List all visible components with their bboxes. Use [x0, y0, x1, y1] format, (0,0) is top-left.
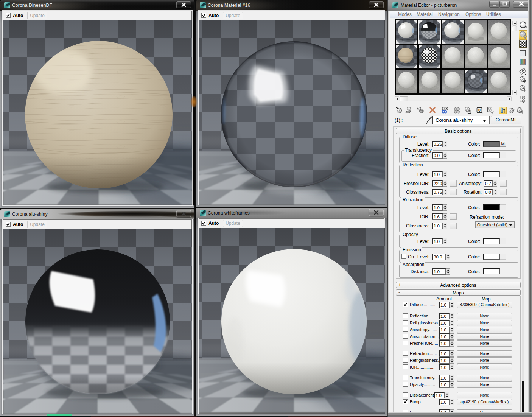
svg-text:0: 0 — [478, 108, 481, 112]
